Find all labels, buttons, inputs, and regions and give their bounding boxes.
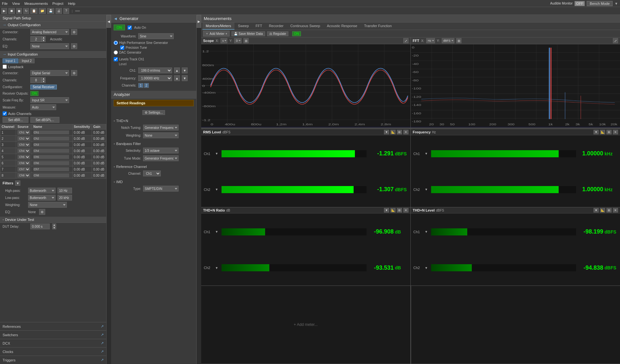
input-connector-select[interactable]: Digital Serial [30,70,69,76]
source-select[interactable]: Ch6 [17,161,30,165]
toolbar-btn-1[interactable]: ▶ [1,8,7,14]
thd-level-close-btn[interactable]: ✕ [613,208,618,213]
menu-measurements[interactable]: Measurements [24,2,48,5]
hpsg-radio[interactable] [114,41,118,45]
input2-tab[interactable]: Input 2 [19,58,35,63]
toolbar-btn-6[interactable]: 📁 [39,8,46,14]
ch2-btn[interactable]: 2 [144,83,149,88]
freq-snap-btn[interactable]: 📐 [600,130,605,134]
channel-name-input[interactable] [33,143,69,147]
toolbar-btn-2[interactable]: ⏹ [8,8,15,14]
levels-track-checkbox[interactable] [114,57,118,61]
audible-monitor-status[interactable]: OFF [574,1,585,6]
loopback-checkbox[interactable] [3,65,7,69]
save-meter-data-btn[interactable]: 💾 Save Meter Data [232,31,265,36]
fft-y-select[interactable]: dBFS [442,38,454,43]
ch1-btn[interactable]: 1 [138,83,143,88]
thd-level-expand-btn[interactable]: ⊞ [606,208,612,213]
tune-mode-select[interactable]: Generator Frequency [143,155,179,161]
tab-monitors-meters[interactable]: Monitors/Meters [202,23,234,30]
source-select[interactable]: Ch5 [17,155,30,159]
channels-down[interactable]: ▼ [42,39,46,42]
source-select[interactable]: Ch2 [17,136,30,141]
ch1-level-up[interactable]: ▲ [174,68,180,73]
toolbar-btn-5[interactable]: 📋 [30,8,37,14]
tab-fft[interactable]: FFT [253,23,265,30]
weighting-select[interactable]: None [28,202,67,208]
source-select[interactable]: Ch7 [17,167,30,172]
fft-fullscreen-btn[interactable]: ⤢ [613,38,618,43]
toolbar-btn-9[interactable]: ? [63,8,69,14]
selectivity-select[interactable]: 1/3 octave [143,148,179,153]
thd-level-snap-btn[interactable]: 📐 [600,208,605,213]
auto-channels-checkbox[interactable] [3,111,7,116]
references-item[interactable]: References ↗ [0,322,106,330]
thd-ratio-snap-btn[interactable]: 📐 [390,208,396,213]
add-meter-area[interactable]: + Add meter... [201,286,411,364]
fft-expand-btn[interactable]: ⊞ [456,38,461,43]
add-meter-btn[interactable]: ＋ Add Meter + [203,31,230,36]
thd-ratio-menu-btn[interactable]: ▼ [384,208,389,213]
channel-name-input[interactable] [33,161,69,165]
toolbar-btn-4[interactable]: ↻ [23,8,29,14]
highpass-type-select[interactable]: Butterworth [28,188,56,193]
channel-name-input[interactable] [33,130,69,134]
set-dbr-btn[interactable]: Set dBR... [3,117,28,123]
scope-fullscreen-btn[interactable]: ⤢ [403,38,408,43]
switchers-item[interactable]: Switchers ↗ [0,330,106,339]
channel-name-input[interactable] [33,137,69,140]
dut-delay-input[interactable] [30,224,50,229]
scope-x-select[interactable]: s [221,38,227,43]
thd-level-menu-btn[interactable]: ▼ [594,208,599,213]
channel-name-input[interactable] [33,167,69,171]
source-select[interactable]: Ch1 [17,130,30,135]
input-channels-down[interactable]: ▼ [42,80,46,83]
scope-expand-btn[interactable]: ⊞ [243,38,249,43]
output-eq-select[interactable]: None [30,43,69,49]
channel-name-input[interactable] [33,155,69,159]
dut-delay-down[interactable]: ▼ [52,226,56,229]
menu-help[interactable]: Help [68,2,75,5]
regulate-btn[interactable]: ⚖ Regulate [267,31,288,36]
menu-view[interactable]: View [12,2,20,5]
tab-recorder[interactable]: Recorder [266,23,287,30]
tab-continuous-sweep[interactable]: Continuous Sweep [287,23,323,30]
scope-y-select[interactable]: D [234,38,242,43]
waveform-select[interactable]: Sine [138,33,174,39]
source-select[interactable]: Ch3 [17,142,30,147]
source-select[interactable]: Ch8 [17,173,30,178]
channel-name-input[interactable] [33,173,69,177]
generator-on-btn[interactable]: ON [114,25,125,30]
channels-up[interactable]: ▲ [42,36,46,39]
precision-tune-checkbox[interactable] [120,46,124,50]
toolbar-btn-3[interactable]: ◼ [16,8,22,14]
frequency-select[interactable]: 1.00000 kHz [138,75,172,81]
freq-down[interactable]: ▼ [182,75,188,81]
dcx-item[interactable]: DCX ↗ [0,339,106,347]
ch1-level-down[interactable]: ▼ [182,68,188,73]
lowpass-freq-input[interactable] [57,195,72,201]
reference-channel-select[interactable]: Ch1 [143,171,161,176]
auto-on-checkbox[interactable] [128,26,132,30]
rms-level-menu-btn[interactable]: ▼ [384,130,389,134]
rms-level-close-btn[interactable]: ✕ [403,130,408,134]
connector-settings-btn[interactable]: ⚙ [71,29,77,35]
triggers-item[interactable]: Triggers ↗ [0,356,106,364]
tab-transfer-function[interactable]: Transfer Function [361,23,395,30]
dac-generator-radio[interactable] [114,50,118,55]
toolbar-btn-7[interactable]: 💾 [47,8,54,14]
lowpass-type-select[interactable]: Butterworth [28,195,56,201]
freq-expand-btn[interactable]: ⊞ [606,130,612,134]
set-dbspl-btn[interactable]: Set dBSPL... [30,117,59,123]
thd-ratio-expand-btn[interactable]: ⊞ [397,208,402,213]
settings-btn[interactable]: ⚙ Settings... [142,110,165,115]
bench-mode-button[interactable]: Bench Mode [587,1,613,6]
left-collapse-arrow[interactable]: ◀ [107,15,111,28]
thd-ratio-close-btn[interactable]: ✕ [403,208,408,213]
measure-select[interactable]: Auto [30,104,56,110]
channel-name-input[interactable] [33,149,69,153]
thd-weighting-select[interactable]: None [143,132,179,138]
rms-level-expand-btn[interactable]: ⊞ [397,130,402,134]
notch-tuning-select[interactable]: Generator Frequency [143,125,179,130]
tab-acoustic-response[interactable]: Acoustic Response [324,23,360,30]
